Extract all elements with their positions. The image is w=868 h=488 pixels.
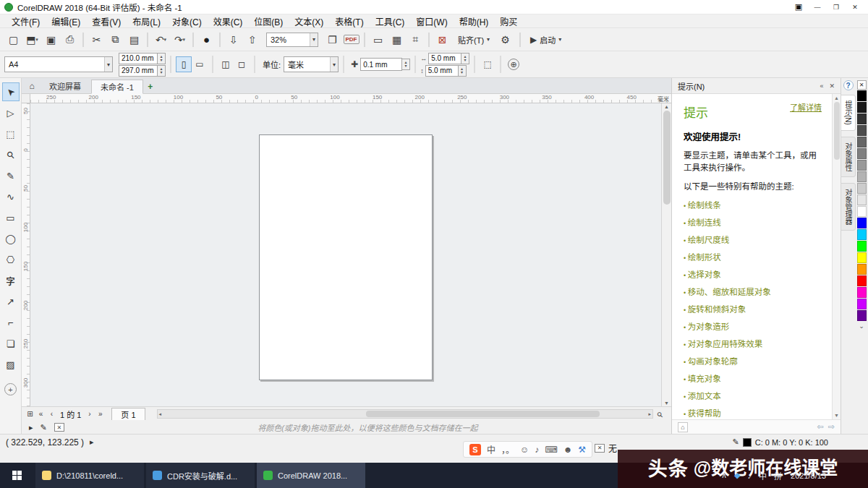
menu-item[interactable]: 帮助(H) [454,15,495,27]
learn-more-link[interactable]: 了解详情 [788,103,822,121]
menu-item[interactable]: 查看(V) [86,15,127,27]
palette-swatch[interactable] [857,183,867,194]
minimize-button[interactable]: — [809,1,826,13]
palette-swatch[interactable] [857,299,867,309]
import-button[interactable]: ⇩ [224,31,242,48]
polygon-tool[interactable]: ⎔ [2,250,20,269]
last-page-button[interactable]: » [95,408,106,419]
tips-topic-link[interactable]: 绘制形状 [684,251,822,262]
palette-swatch[interactable] [857,218,867,228]
quick-customize-icon[interactable]: ⊕ [508,59,519,70]
zoom-scrollbar-icon[interactable]: ⚲ [655,406,671,421]
portrait-button[interactable]: ▯ [176,56,192,72]
help-icon[interactable]: ? [843,80,854,90]
drawing-canvas[interactable] [30,103,661,406]
scroll-up-icon[interactable]: ▲ [664,104,669,109]
separator[interactable] [192,33,194,47]
menu-item[interactable]: 效果(C) [208,15,249,27]
treat-as-filled-button[interactable]: ⬚ [480,56,495,72]
export-button[interactable]: ⇧ [243,31,261,48]
show-grid-button[interactable]: ▦ [388,31,406,48]
docker-tab-object-properties[interactable]: 对象属性 [841,137,856,177]
separator[interactable] [147,33,148,47]
taskbar-item-coreldraw[interactable]: CorelDRAW 2018... [257,463,365,488]
separator[interactable] [428,33,430,47]
snap-disable-button[interactable]: ⊠ [433,31,451,48]
duplicate-y-input[interactable] [425,65,459,77]
menu-item[interactable]: 对象(C) [166,15,208,27]
zoom-level-select[interactable]: 32% ▾ [266,33,318,47]
add-tools-button[interactable]: + [4,383,17,395]
menu-item[interactable]: 布局(L) [127,15,166,27]
ime-tray-icon[interactable]: 拼 [774,470,782,481]
duplicate-x-input[interactable] [428,53,461,64]
palette-swatch[interactable] [857,148,867,159]
palette-swatch[interactable] [857,229,867,240]
spinner[interactable]: ▴▾ [459,65,467,77]
tips-topic-link[interactable]: 移动、缩放和延展对象 [684,286,822,297]
separator[interactable] [82,33,84,47]
menu-item[interactable]: 编辑(E) [46,15,86,27]
horizontal-scrollbar[interactable]: ◂ ▸ [157,409,653,419]
cut-button[interactable]: ✂ [88,31,106,48]
print-button[interactable]: ⎙ [61,31,79,48]
close-button[interactable]: ✕ [846,1,864,13]
crop-tool[interactable]: ⬚ [2,124,20,143]
tips-topic-link[interactable]: 获得帮助 [684,407,822,419]
current-page-button[interactable]: ◻ [234,56,250,72]
tab-untitled-document[interactable]: 未命名 -1 [91,80,143,94]
emoji-icon[interactable]: ☺ [520,445,529,455]
undo-button[interactable]: ↶ ▾ [152,31,170,48]
options-button[interactable]: ⚙ [496,31,514,48]
show-guidelines-button[interactable]: ⌗ [407,31,425,48]
palette-swatch[interactable] [857,287,867,298]
docker-collapse-icon[interactable]: « [820,82,823,90]
taskbar-clock[interactable]: 2021/8/13 [791,471,826,480]
tips-topic-link[interactable]: 旋转和倾斜对象 [684,303,822,314]
zoom-tool[interactable]: ⚲ [2,145,20,164]
palette-swatch[interactable] [857,102,867,113]
tips-topic-link[interactable]: 对对象应用特殊效果 [684,338,822,349]
prev-page-button[interactable]: ‹ [46,408,57,419]
redo-button[interactable]: ↷ ▾ [171,31,189,48]
menu-item[interactable]: 位图(B) [248,15,289,27]
volume-tray-icon[interactable]: ♪ [748,471,752,480]
menu-item[interactable]: 窗口(W) [410,15,453,27]
ime-mode-icon[interactable]: 中 [487,443,495,455]
vertical-scrollbar[interactable]: ▲ ▼ [661,103,671,406]
palette-swatch[interactable] [857,310,867,321]
tips-topic-link[interactable]: 选择对象 [684,268,822,280]
scrollbar-thumb[interactable] [663,111,671,205]
welcome-home-icon[interactable]: ⌂ [25,79,39,93]
account-icon[interactable]: ☻ [563,445,573,455]
paste-button[interactable]: ▤ [125,31,143,48]
palette-swatch[interactable] [857,252,867,263]
new-tab-button[interactable]: + [145,80,156,93]
menu-item[interactable]: 购买 [494,15,523,27]
page-1-tab[interactable]: 页 1 [111,408,145,420]
soft-keyboard-icon[interactable]: ⌨ [545,445,557,455]
palette-swatch[interactable] [857,90,867,101]
snap-menu[interactable]: 贴齐(T) ▾ [454,31,494,48]
text-tool[interactable]: 字 [2,271,20,290]
first-page-button[interactable]: « [35,408,46,419]
separator[interactable] [364,33,365,47]
basket-icon[interactable]: ⌂ [678,422,688,432]
page-height-input[interactable] [119,65,158,77]
transparency-tool[interactable]: ▨ [2,355,20,374]
spinner[interactable]: ▴▾ [461,53,469,64]
app-window-icon[interactable]: ▣ [790,1,807,13]
rectangle-tool[interactable]: ▭ [2,208,20,227]
palette-swatch[interactable] [857,171,867,182]
palette-swatch[interactable] [857,241,867,252]
menu-item[interactable]: 文本(X) [289,15,329,27]
bezier-tool[interactable]: ∿ [2,187,20,206]
tips-forward-icon[interactable]: ⇨ [828,422,835,432]
all-pages-button[interactable]: ◫ [218,56,234,72]
separator[interactable] [219,33,221,47]
palette-swatch[interactable] [857,137,867,147]
voice-input-icon[interactable]: ♪ [535,445,539,455]
scroll-down-icon[interactable]: ▼ [834,413,839,418]
menu-item[interactable]: 表格(T) [329,15,369,27]
no-color-swatch[interactable]: ✕ [857,80,867,90]
